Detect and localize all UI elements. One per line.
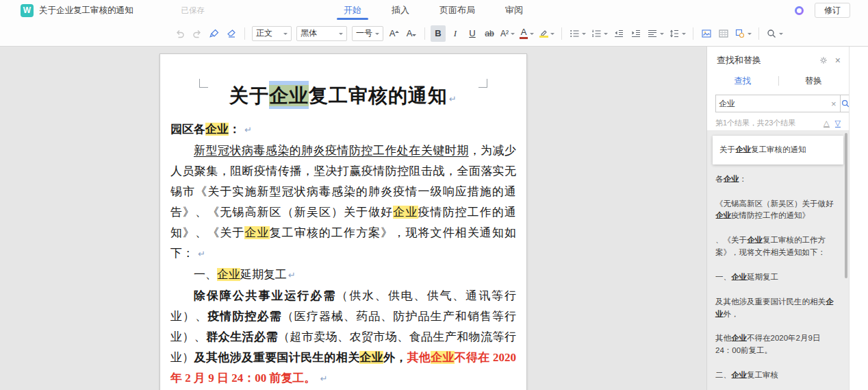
- text-run: 一、: [715, 273, 731, 281]
- clear-format-eraser-icon[interactable]: [224, 25, 239, 42]
- text-run: ↵: [242, 125, 252, 135]
- margin-crop-mark-right: [478, 79, 487, 88]
- text-run: 各: [715, 175, 724, 183]
- superscript-button[interactable]: A²: [499, 25, 516, 42]
- separator: [778, 76, 779, 86]
- find-result-item[interactable]: 一、企业延期复工: [715, 265, 837, 290]
- wps-logo-icon[interactable]: W: [21, 4, 34, 17]
- redo-icon[interactable]: [190, 25, 205, 42]
- text-run: 其他: [715, 334, 731, 342]
- margin-crop-mark-left: [199, 79, 208, 88]
- separator: [693, 27, 693, 40]
- text-run: 一、: [194, 268, 217, 281]
- chevron-down-icon: [339, 33, 343, 37]
- separator: [424, 27, 425, 40]
- gear-icon[interactable]: [819, 56, 828, 65]
- wps-writer-window: W 关于企业复工审核的通知 已保存 开始插入页面布局审阅 修订: [0, 0, 868, 390]
- text-run: 外，: [383, 351, 407, 364]
- result-count-status: 第1个结果，共23个结果: [715, 118, 795, 128]
- text-run: 延期复工: [747, 273, 778, 281]
- text-run: 延期复工: [240, 268, 287, 281]
- font-color-button[interactable]: A: [518, 25, 535, 42]
- text-run: 及其他涉及重要国计民生的相关: [715, 297, 826, 306]
- tab-review[interactable]: 审阅: [502, 0, 526, 21]
- text-run: 企业: [431, 351, 455, 364]
- ribbon-tabs: 开始插入页面布局审阅: [341, 0, 526, 21]
- increase-indent-button[interactable]: [628, 25, 643, 42]
- underline-button[interactable]: U: [465, 25, 480, 42]
- font-dropdown[interactable]: 黑体: [296, 26, 347, 41]
- align-button[interactable]: [646, 25, 665, 42]
- tab-page-layout[interactable]: 页面布局: [437, 0, 478, 21]
- document-page[interactable]: 关于企业复工审核的通知↵ 园区各企业： ↵新型冠状病毒感染的肺炎疫情防控工作处在…: [159, 53, 527, 390]
- chevron-down-icon: [779, 33, 783, 37]
- triangle-down-icon: [412, 34, 416, 38]
- close-icon[interactable]: ×: [835, 56, 841, 65]
- previous-result-icon[interactable]: △: [824, 119, 829, 127]
- scrollbar[interactable]: [845, 133, 847, 278]
- next-result-icon[interactable]: ▽: [835, 119, 841, 127]
- text-run: 园区各: [170, 123, 205, 136]
- find-result-item[interactable]: 、《关于企业复工审核的工作方案》，现将文件相关通知如下：: [715, 228, 837, 265]
- insert-picture-icon[interactable]: [699, 25, 714, 42]
- font-color-swatch: [520, 37, 528, 39]
- text-run: 二、: [715, 371, 731, 379]
- clear-input-icon[interactable]: ×: [828, 99, 840, 109]
- tab-insert[interactable]: 插入: [389, 0, 412, 21]
- search-input[interactable]: [716, 99, 828, 108]
- font-size-dropdown[interactable]: 一号: [352, 26, 383, 41]
- text-run: 企业: [217, 268, 240, 281]
- text-run: 复工审核的通知: [751, 145, 806, 154]
- find-result-item[interactable]: 其他企业不得在2020年2月9日24：00前复工。: [715, 326, 837, 363]
- separator: [758, 27, 759, 40]
- shrink-font-button[interactable]: A: [404, 25, 419, 42]
- tab-find[interactable]: 查找: [707, 75, 778, 87]
- chevron-down-icon: [283, 33, 288, 37]
- text-run: 企业: [731, 371, 747, 379]
- chevron-down-icon: [682, 33, 686, 37]
- find-result-item[interactable]: 及其他涉及重要国计民生的相关企业外，: [715, 290, 837, 327]
- grow-font-button[interactable]: A: [387, 25, 402, 42]
- undo-icon[interactable]: [173, 25, 188, 42]
- numbered-list-button[interactable]: [589, 25, 609, 42]
- bullet-list-button[interactable]: [567, 25, 587, 42]
- highlight-color-button[interactable]: [537, 25, 556, 42]
- find-result-item[interactable]: 《无锡高新区（新吴区）关于做好企业疫情防控工作的通知》: [715, 192, 837, 229]
- tab-replace[interactable]: 替换: [778, 75, 850, 87]
- find-results-list: 关于企业复工审核的通知各企业：《无锡高新区（新吴区）关于做好企业疫情防控工作的通…: [707, 130, 849, 390]
- text-run: ↵: [449, 94, 457, 104]
- separator: [244, 27, 245, 40]
- tab-home[interactable]: 开始: [341, 0, 364, 21]
- save-status: 已保存: [181, 5, 205, 16]
- text-run: 企业: [724, 175, 739, 183]
- triangle-up-icon: [395, 29, 399, 33]
- toolbar: 正文 黑体 一号 A A B I U ab A² A: [0, 21, 868, 47]
- bold-button[interactable]: B: [431, 25, 446, 42]
- search-icon[interactable]: [765, 25, 784, 42]
- decrease-indent-button[interactable]: [611, 25, 626, 42]
- text-run: 企业: [393, 206, 418, 219]
- text-run: 其他: [407, 351, 431, 364]
- format-painter-icon[interactable]: [207, 25, 222, 42]
- text-run: 除保障公共事业运行必需: [194, 289, 336, 302]
- insert-table-icon[interactable]: [716, 25, 731, 42]
- strikethrough-button[interactable]: ab: [482, 25, 497, 42]
- chevron-down-icon: [660, 33, 664, 37]
- style-dropdown[interactable]: 正文: [252, 26, 292, 41]
- doc-paragraph: 园区各企业： ↵: [170, 119, 516, 141]
- text-run: ↵: [195, 249, 205, 259]
- find-result-item[interactable]: 各企业：: [715, 167, 837, 192]
- italic-button[interactable]: I: [448, 25, 463, 42]
- find-result-item[interactable]: 关于企业复工审核的通知: [713, 136, 843, 164]
- insert-shape-icon[interactable]: [733, 25, 753, 42]
- titlebar: W 关于企业复工审核的通知 已保存 开始插入页面布局审阅 修订: [0, 0, 868, 21]
- line-spacing-button[interactable]: [667, 25, 687, 42]
- revise-button[interactable]: 修订: [815, 3, 850, 18]
- text-run: 复工审核的通知: [309, 85, 448, 106]
- text-run: ↵: [318, 374, 328, 384]
- find-replace-tabs: 查找 替换: [707, 71, 849, 91]
- chevron-down-icon: [550, 33, 554, 37]
- chevron-down-icon: [582, 33, 586, 37]
- user-avatar-icon[interactable]: [795, 6, 804, 15]
- find-result-item[interactable]: 二、企业复工审核: [715, 363, 837, 388]
